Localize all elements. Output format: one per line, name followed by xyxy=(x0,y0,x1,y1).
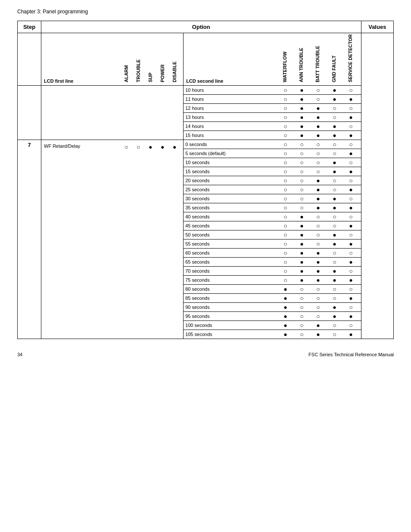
val-flag-ann: ● xyxy=(294,240,310,247)
cell-values: 14 hours○●●●○ xyxy=(184,122,361,131)
lcd-second-value: 13 hours xyxy=(185,115,277,120)
val-flag-wf: ● xyxy=(277,322,294,329)
val-flag-wf: ● xyxy=(277,331,294,338)
val-flag-wf: ○ xyxy=(277,177,294,184)
val-flag-ann: ○ xyxy=(294,295,310,302)
val-flag-batt: ○ xyxy=(310,231,327,238)
cell-step: 7 xyxy=(18,140,41,339)
lcd-second-value: 10 hours xyxy=(185,87,277,93)
lcd-second-value: 100 seconds xyxy=(185,323,277,328)
disable-header: DISABLE xyxy=(172,48,177,82)
cell-option: WF Retard/Delay○○●●● xyxy=(41,140,184,339)
val-flag-batt: ● xyxy=(310,132,327,139)
val-flag-wf: ○ xyxy=(277,240,294,247)
lcd-second-value: 90 seconds xyxy=(185,305,277,310)
val-flag-svc: ○ xyxy=(343,213,359,220)
val-flag-gnd: ○ xyxy=(327,114,343,121)
val-flag-batt: ● xyxy=(310,177,327,184)
val-flag-svc: ● xyxy=(343,114,359,121)
lcd-second-value: 15 seconds xyxy=(185,169,277,174)
table-row: 7WF Retard/Delay○○●●●0 seconds○○○○○ xyxy=(18,140,394,149)
val-flag-wf: ○ xyxy=(277,268,294,274)
opt-flag-disable xyxy=(168,87,181,89)
val-flag-wf: ● xyxy=(277,304,294,311)
val-flag-wf: ○ xyxy=(277,231,294,238)
lcd-second-value: 80 seconds xyxy=(185,286,277,292)
val-flag-batt: ○ xyxy=(310,286,327,292)
val-flag-svc: ● xyxy=(343,277,359,283)
val-flag-wf: ○ xyxy=(277,168,294,175)
opt-flag-alarm: ○ xyxy=(120,142,132,150)
cell-values: 100 seconds●○●○○ xyxy=(184,321,361,330)
val-flag-svc: ○ xyxy=(343,87,359,93)
lcd-second-value: 40 seconds xyxy=(185,214,277,219)
val-flag-batt: ● xyxy=(310,123,327,130)
cell-step xyxy=(18,86,41,140)
val-flag-batt: ○ xyxy=(310,168,327,175)
footer: 34 FSC Series Technical Reference Manual xyxy=(17,352,394,357)
val-flag-wf: ○ xyxy=(277,105,294,112)
opt-flag-sup xyxy=(144,87,156,89)
val-flag-svc: ○ xyxy=(343,195,359,202)
val-flag-batt: ● xyxy=(310,249,327,256)
lcd-second-value: 20 seconds xyxy=(185,178,277,183)
cell-values: 10 hours○●○●○ xyxy=(184,86,361,95)
cell-values: 15 seconds○○○●● xyxy=(184,167,361,176)
cell-values: 35 seconds○○●●● xyxy=(184,203,361,212)
lcd-first-value xyxy=(44,87,120,89)
service-detector-header: SERVICE DETECTOR xyxy=(348,35,353,82)
subhdr-lcd-first: LCD first line ALARM TROUBLE SUP POWER xyxy=(41,33,184,86)
val-flag-ann: ● xyxy=(294,258,310,265)
cell-values: 5 seconds (default)○○○○● xyxy=(184,149,361,158)
val-flag-gnd: ● xyxy=(327,240,343,247)
val-flag-ann: ○ xyxy=(294,177,310,184)
val-flag-ann: ○ xyxy=(294,150,310,157)
cell-values: 85 seconds●○○○● xyxy=(184,294,361,303)
lcd-second-value: 60 seconds xyxy=(185,250,277,255)
val-flag-ann: ○ xyxy=(294,322,310,329)
val-flag-wf: ○ xyxy=(277,87,294,93)
lcd-second-value: 35 seconds xyxy=(185,205,277,210)
cell-values: 45 seconds○●○○● xyxy=(184,221,361,230)
subhdr-step-empty xyxy=(18,33,41,86)
val-flag-svc: ○ xyxy=(343,177,359,184)
val-flag-gnd: ● xyxy=(327,159,343,166)
cell-values: 40 seconds○●○○○ xyxy=(184,212,361,221)
val-flag-batt: ● xyxy=(310,258,327,265)
cell-values: 0 seconds○○○○○ xyxy=(184,140,361,149)
val-flag-batt: ● xyxy=(310,331,327,338)
val-flag-svc: ● xyxy=(343,186,359,193)
cell-values: 50 seconds○●○●○ xyxy=(184,230,361,240)
val-flag-gnd: ● xyxy=(327,231,343,238)
batt-trouble-header: BATT TROUBLE xyxy=(315,35,320,82)
cell-values: 80 seconds●○○○○ xyxy=(184,285,361,294)
cell-values: 105 seconds●○●○● xyxy=(184,330,361,339)
val-flag-gnd: ● xyxy=(327,87,343,93)
val-flag-svc: ○ xyxy=(343,304,359,311)
val-flag-svc: ● xyxy=(343,96,359,103)
val-flag-wf: ○ xyxy=(277,114,294,121)
cell-values: 70 seconds○●●●○ xyxy=(184,267,361,276)
lcd-second-label: LCD second line xyxy=(186,78,276,84)
val-flag-ann: ● xyxy=(294,123,310,130)
val-flag-ann: ● xyxy=(294,277,310,283)
waterflow-header: WATERFLOW xyxy=(282,35,287,82)
val-flag-svc: ○ xyxy=(343,105,359,112)
val-flag-svc: ● xyxy=(343,222,359,229)
lcd-second-value: 45 seconds xyxy=(185,223,277,228)
val-flag-gnd: ● xyxy=(327,304,343,311)
val-flag-ann: ○ xyxy=(294,141,310,148)
val-flag-gnd: ○ xyxy=(327,286,343,292)
cell-values: 55 seconds○●○●● xyxy=(184,240,361,249)
val-flag-wf: ○ xyxy=(277,186,294,193)
val-flag-svc: ● xyxy=(343,240,359,247)
lcd-second-value: 85 seconds xyxy=(185,296,277,301)
val-flag-ann: ● xyxy=(294,105,310,112)
val-flag-batt: ● xyxy=(310,204,327,211)
col-header-option: Option xyxy=(41,21,361,33)
val-flag-gnd: ○ xyxy=(327,150,343,157)
val-flag-batt: ○ xyxy=(310,213,327,220)
main-table: Step Option Values LCD first line ALARM … xyxy=(17,21,394,339)
val-flag-ann: ○ xyxy=(294,168,310,175)
val-flag-batt: ● xyxy=(310,268,327,274)
